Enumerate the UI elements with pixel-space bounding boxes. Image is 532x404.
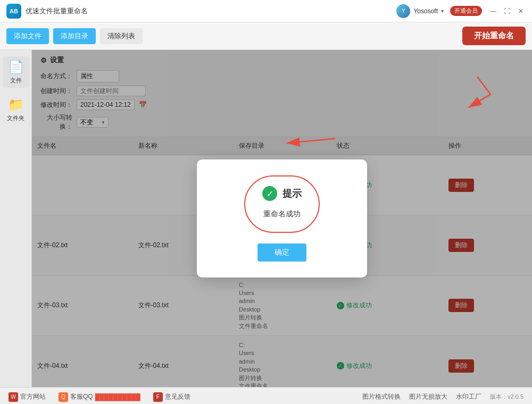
close-button[interactable]: ✕ (516, 6, 526, 16)
pdf-icon: F (153, 392, 163, 402)
maximize-button[interactable]: ⛶ (502, 6, 512, 16)
official-site-label: 官方网站 (20, 392, 46, 401)
svg-line-2 (286, 139, 335, 143)
customer-qq-label: 客服QQ (70, 392, 93, 401)
user-name: Yososoft (413, 7, 438, 15)
window-controls: — ⛶ ✕ (488, 6, 526, 16)
chevron-down-icon[interactable]: ▾ (441, 8, 444, 14)
main-layout: 📄 文件 📁 文件夹 ⚙ 设置 命名方式： 属性 创建时间： 修改时间： (0, 50, 532, 387)
modal-title: 提示 (282, 187, 302, 200)
app-logo: AB (6, 4, 21, 19)
user-info: Y Yososoft ▾ (396, 4, 444, 18)
sidebar-item-folder[interactable]: 📁 文件夹 (3, 94, 29, 125)
footer-right: 图片格式转换 图片无损放大 水印工厂 版本：v2.0.5 (362, 392, 523, 401)
customer-qq-number: ██████████ (95, 393, 140, 401)
add-file-button[interactable]: 添加文件 (6, 28, 49, 44)
sidebar-label-folder: 文件夹 (7, 114, 24, 122)
clear-list-button[interactable]: 清除列表 (100, 28, 143, 44)
footer: W 官方网站 Q 客服QQ ██████████ F 意见反馈 图片格式转换 图… (0, 387, 532, 404)
check-icon: ✓ (262, 186, 277, 201)
website-icon: W (9, 392, 18, 402)
feedback-link[interactable]: F 意见反馈 (153, 392, 190, 402)
modal-overlay: ✓ 提示 重命名成功 确定 (32, 50, 532, 387)
title-bar: AB 优速文件批量重命名 Y Yososoft ▾ 开通会员 — ⛶ ✕ (0, 0, 532, 22)
modal-header: ✓ 提示 (262, 186, 302, 201)
sidebar-label-file: 文件 (10, 77, 22, 85)
minimize-button[interactable]: — (488, 6, 498, 16)
customer-qq-link[interactable]: Q 客服QQ ██████████ (59, 392, 140, 402)
avatar: Y (396, 4, 410, 18)
qq-icon: Q (59, 392, 68, 402)
img-convert-link[interactable]: 图片格式转换 (362, 392, 401, 401)
modal-message: 重命名成功 (263, 209, 301, 219)
img-lossless-link[interactable]: 图片无损放大 (409, 392, 447, 401)
app-title: 优速文件批量重命名 (26, 6, 396, 16)
toolbar: 添加文件 添加目录 清除列表 开始重命名 (0, 22, 532, 50)
modal-confirm-button[interactable]: 确定 (257, 243, 306, 262)
sidebar-item-file[interactable]: 📄 文件 (3, 56, 29, 88)
feedback-label: 意见反馈 (165, 392, 190, 401)
modal-dialog: ✓ 提示 重命名成功 确定 (197, 159, 367, 277)
official-site-link[interactable]: W 官方网站 (9, 392, 46, 402)
folder-icon: 📁 (8, 97, 24, 112)
start-rename-button[interactable]: 开始重命名 (462, 27, 526, 45)
vip-button[interactable]: 开通会员 (450, 6, 482, 16)
watermark-link[interactable]: 水印工厂 (456, 392, 481, 401)
add-folder-button[interactable]: 添加目录 (53, 28, 96, 44)
file-icon: 📄 (8, 60, 24, 74)
sidebar: 📄 文件 📁 文件夹 (0, 50, 32, 387)
version-label: 版本：v2.0.5 (490, 393, 523, 401)
content-area: ⚙ 设置 命名方式： 属性 创建时间： 修改时间： 2021-12-04 12:… (32, 50, 532, 387)
